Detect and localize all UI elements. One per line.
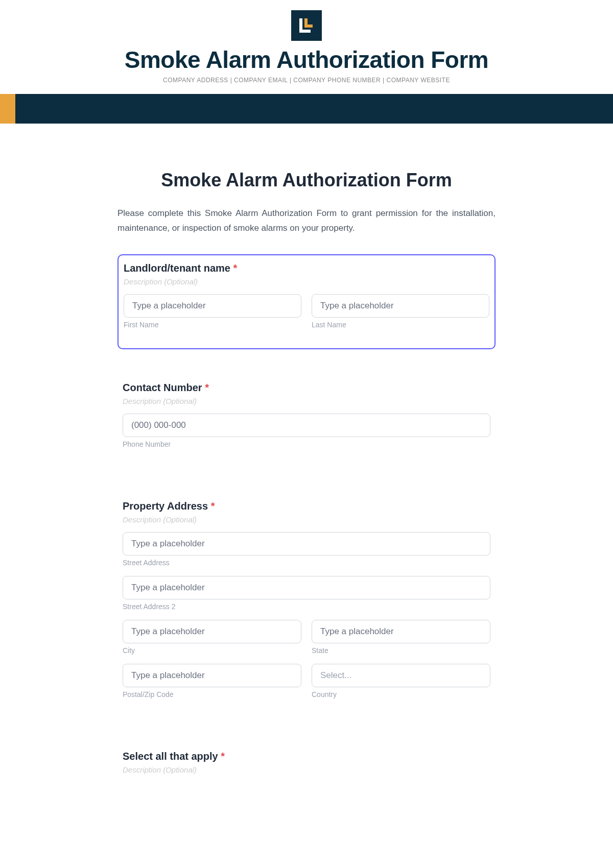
- country-label: Country: [312, 690, 490, 698]
- address-required: *: [211, 500, 215, 512]
- apply-required: *: [221, 751, 225, 762]
- first-name-input[interactable]: [124, 294, 301, 318]
- header-title: Smoke Alarm Authorization Form: [0, 46, 613, 74]
- apply-desc: Description (Optional): [123, 765, 490, 774]
- banner-accent: [0, 94, 15, 124]
- svg-rect-3: [304, 25, 313, 28]
- section-apply: Select all that apply * Description (Opt…: [117, 743, 496, 792]
- header: Smoke Alarm Authorization Form COMPANY A…: [0, 0, 613, 84]
- country-select[interactable]: Select...: [312, 664, 490, 687]
- first-name-label: First Name: [124, 321, 301, 329]
- postal-input[interactable]: [123, 664, 301, 687]
- address-title: Property Address *: [123, 500, 490, 512]
- apply-title: Select all that apply *: [123, 751, 490, 762]
- name-title-text: Landlord/tenant name: [124, 262, 230, 274]
- intro-text: Please complete this Smoke Alarm Authori…: [117, 206, 496, 236]
- header-subtitle: COMPANY ADDRESS | COMPANY EMAIL | COMPAN…: [0, 77, 613, 84]
- name-required: *: [233, 262, 237, 274]
- last-name-label: Last Name: [312, 321, 489, 329]
- state-label: State: [312, 646, 490, 655]
- postal-label: Postal/Zip Code: [123, 690, 301, 698]
- contact-required: *: [205, 382, 209, 393]
- logo: [291, 10, 322, 41]
- banner: [0, 94, 613, 124]
- address-desc: Description (Optional): [123, 515, 490, 524]
- street2-label: Street Address 2: [123, 602, 490, 611]
- logo-icon: [297, 16, 316, 35]
- section-address: Property Address * Description (Optional…: [117, 493, 496, 718]
- phone-label: Phone Number: [123, 440, 490, 448]
- last-name-input[interactable]: [312, 294, 489, 318]
- contact-desc: Description (Optional): [123, 397, 490, 405]
- street-input[interactable]: [123, 532, 490, 556]
- phone-input[interactable]: [123, 414, 490, 437]
- street2-input[interactable]: [123, 576, 490, 599]
- apply-title-text: Select all that apply: [123, 751, 218, 762]
- section-name: Landlord/tenant name * Description (Opti…: [117, 254, 496, 349]
- name-title: Landlord/tenant name *: [124, 262, 489, 274]
- contact-title-text: Contact Number: [123, 382, 202, 393]
- state-input[interactable]: [312, 620, 490, 643]
- section-contact: Contact Number * Description (Optional) …: [117, 375, 496, 468]
- city-label: City: [123, 646, 301, 655]
- content: Smoke Alarm Authorization Form Please co…: [97, 170, 516, 792]
- city-input[interactable]: [123, 620, 301, 643]
- page-title: Smoke Alarm Authorization Form: [117, 170, 496, 191]
- svg-rect-1: [299, 30, 311, 33]
- contact-title: Contact Number *: [123, 382, 490, 394]
- name-desc: Description (Optional): [124, 277, 489, 286]
- country-placeholder: Select...: [320, 670, 351, 680]
- street-label: Street Address: [123, 559, 490, 567]
- address-title-text: Property Address: [123, 500, 208, 512]
